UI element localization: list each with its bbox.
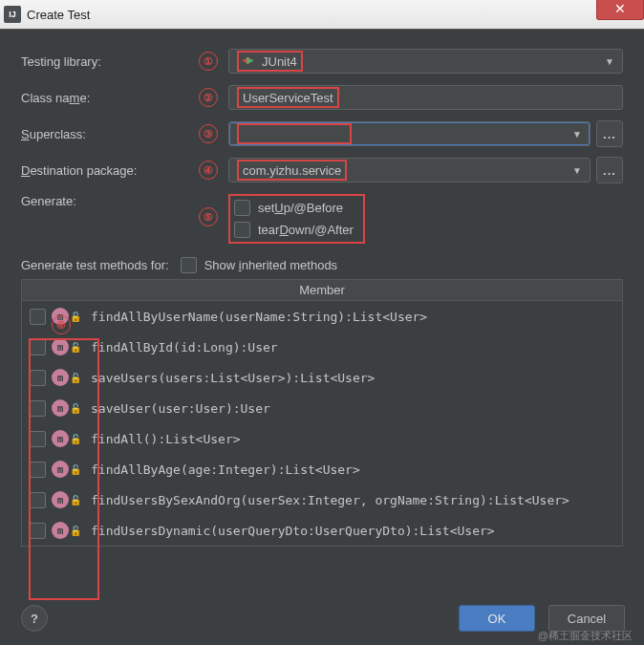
member-checkbox[interactable]	[30, 309, 46, 325]
member-checkbox[interactable]	[30, 523, 46, 539]
member-signature: saveUser(user:User):User	[91, 401, 270, 416]
dropdown-arrow-icon: ▼	[605, 56, 614, 67]
member-checkbox[interactable]	[30, 339, 46, 355]
member-signature: findAllByUserName(userName:String):List<…	[91, 310, 427, 324]
dropdown-arrow-icon: ▼	[572, 165, 582, 176]
browse-superclass-button[interactable]: ...	[596, 120, 623, 147]
label-superclass: Superclass:	[21, 127, 188, 141]
library-value: JUnit4	[262, 54, 297, 69]
row-destination: Destination package: ④ com.yizhu.service…	[21, 158, 623, 183]
label-class-name: Class name:	[21, 91, 188, 105]
superclass-dropdown[interactable]: ▼	[228, 121, 590, 146]
app-icon: IJ	[4, 6, 21, 23]
member-table: Member m🔓findAllByUserName(userName:Stri…	[21, 279, 623, 547]
testing-library-dropdown[interactable]: JUnit4 ▼	[228, 49, 623, 74]
method-icon: m	[52, 369, 69, 386]
member-checkbox[interactable]	[30, 431, 46, 447]
lock-icon: 🔓	[70, 526, 81, 536]
cancel-button[interactable]: Cancel	[548, 605, 625, 632]
annotation-6: ⑥	[52, 315, 71, 334]
label-testing-library: Testing library:	[21, 54, 188, 69]
member-checkbox[interactable]	[30, 400, 46, 417]
lock-icon: 🔓	[70, 373, 81, 383]
method-icon: m	[52, 430, 69, 447]
close-icon: ✕	[614, 1, 626, 16]
annotation-3: ③	[188, 124, 228, 143]
junit-icon	[243, 54, 256, 68]
member-row[interactable]: m🔓findAllByUserName(userName:String):Lis…	[22, 301, 622, 332]
dropdown-arrow-icon: ▼	[572, 129, 582, 140]
dialog-window: IJ Create Test ✕ Testing library: ① JUni…	[0, 0, 644, 645]
annotation-4: ④	[188, 161, 228, 180]
member-row[interactable]: m🔓saveUsers(users:List<User>):List<User>	[22, 362, 622, 393]
destination-dropdown[interactable]: com.yizhu.service ▼	[228, 158, 590, 183]
method-icon: m	[52, 461, 69, 478]
destination-value: com.yizhu.service	[243, 163, 341, 178]
lock-icon: 🔓	[70, 495, 81, 505]
member-signature: findAllByAge(age:Integer):List<User>	[91, 462, 360, 477]
row-generate: Generate: ⑤ setUp/@Before tearDown/@Afte…	[21, 194, 623, 244]
member-signature: findUsersBySexAndOrg(userSex:Integer, or…	[91, 493, 569, 507]
member-signature: findAll():List<User>	[91, 432, 241, 446]
lock-icon: 🔓	[70, 312, 81, 322]
member-signature: findUsersDynamic(userQueryDto:UserQueryD…	[91, 524, 495, 538]
watermark: @稀土掘金技术社区	[538, 629, 633, 643]
method-icon: m	[52, 338, 69, 355]
row-superclass: Superclass: ③ ▼ ...	[21, 121, 623, 146]
lock-icon: 🔓	[70, 464, 81, 475]
member-row[interactable]: m🔓findUsersDynamic(userQueryDto:UserQuer…	[22, 515, 622, 546]
annotation-5: ⑤	[188, 207, 228, 226]
member-checkbox[interactable]	[30, 370, 46, 386]
member-row[interactable]: m🔓saveUser(user:User):User	[22, 393, 622, 423]
annotation-2: ②	[188, 88, 228, 107]
member-row[interactable]: m🔓findAll():List<User>	[22, 423, 622, 454]
teardown-checkbox[interactable]: tearDown/@After	[234, 222, 354, 238]
setup-checkbox[interactable]: setUp/@Before	[234, 200, 343, 216]
member-signature: saveUsers(users:List<User>):List<User>	[91, 371, 375, 385]
class-name-value: UserServiceTest	[243, 91, 333, 105]
methods-section-label: Generate test methods for: Show inherite…	[21, 257, 623, 273]
window-title: Create Test	[27, 8, 90, 22]
annotation-1: ①	[188, 52, 228, 71]
method-icon: m	[52, 522, 69, 539]
row-class-name: Class name: ② UserServiceTest	[21, 85, 623, 110]
method-icon: m	[52, 491, 69, 508]
help-button[interactable]: ?	[21, 605, 48, 632]
member-checkbox[interactable]	[30, 492, 46, 508]
lock-icon: 🔓	[70, 403, 81, 414]
lock-icon: 🔓	[70, 434, 81, 444]
titlebar[interactable]: IJ Create Test ✕	[0, 0, 644, 30]
member-header: Member	[22, 280, 622, 301]
lock-icon: 🔓	[70, 342, 81, 353]
row-testing-library: Testing library: ① JUnit4 ▼	[21, 49, 623, 74]
show-inherited-checkbox[interactable]: Show inherited methods	[181, 257, 337, 273]
method-icon: m	[52, 399, 69, 417]
member-row[interactable]: m🔓findAllById(id:Long):User	[22, 332, 622, 362]
member-row[interactable]: m🔓findUsersBySexAndOrg(userSex:Integer, …	[22, 484, 622, 515]
browse-destination-button[interactable]: ...	[596, 157, 623, 183]
dialog-content: Testing library: ① JUnit4 ▼ Class name: …	[0, 30, 644, 556]
ok-button[interactable]: OK	[459, 605, 535, 632]
close-button[interactable]: ✕	[596, 0, 644, 20]
button-bar: OK Cancel	[459, 605, 625, 632]
member-signature: findAllById(id:Long):User	[91, 340, 278, 355]
member-checkbox[interactable]	[30, 462, 46, 478]
label-destination: Destination package:	[21, 163, 188, 178]
label-generate: Generate:	[21, 194, 188, 208]
class-name-input[interactable]: UserServiceTest	[228, 85, 623, 110]
member-row[interactable]: m🔓findAllByAge(age:Integer):List<User>	[22, 454, 622, 484]
